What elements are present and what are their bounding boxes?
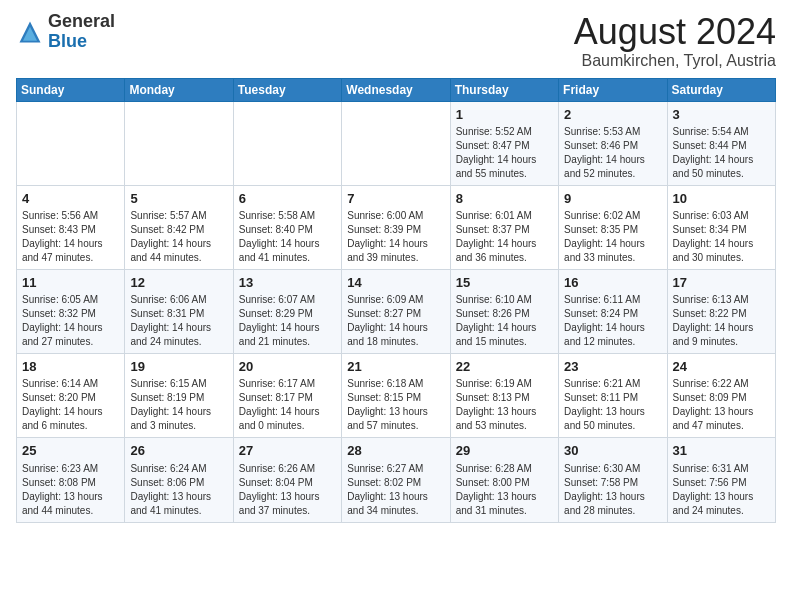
day-header-thursday: Thursday xyxy=(450,78,558,101)
cell-5-2: 26Sunrise: 6:24 AMSunset: 8:06 PMDayligh… xyxy=(125,438,233,522)
sunrise-text: Sunrise: 6:30 AM xyxy=(564,463,640,474)
day-number: 18 xyxy=(22,358,119,376)
day-number: 6 xyxy=(239,190,336,208)
cell-3-7: 17Sunrise: 6:13 AMSunset: 8:22 PMDayligh… xyxy=(667,269,775,353)
day-number: 10 xyxy=(673,190,770,208)
sunset-text: Sunset: 8:39 PM xyxy=(347,224,421,235)
day-number: 19 xyxy=(130,358,227,376)
sunrise-text: Sunrise: 6:26 AM xyxy=(239,463,315,474)
week-row-5: 25Sunrise: 6:23 AMSunset: 8:08 PMDayligh… xyxy=(17,438,776,522)
day-number: 15 xyxy=(456,274,553,292)
calendar-table: SundayMondayTuesdayWednesdayThursdayFrid… xyxy=(16,78,776,523)
daylight-text: Daylight: 13 hours and 24 minutes. xyxy=(673,491,754,516)
sunset-text: Sunset: 8:43 PM xyxy=(22,224,96,235)
day-header-wednesday: Wednesday xyxy=(342,78,450,101)
sunset-text: Sunset: 7:58 PM xyxy=(564,477,638,488)
daylight-text: Daylight: 14 hours and 50 minutes. xyxy=(673,154,754,179)
sunrise-text: Sunrise: 6:10 AM xyxy=(456,294,532,305)
cell-2-3: 6Sunrise: 5:58 AMSunset: 8:40 PMDaylight… xyxy=(233,185,341,269)
general-blue-icon xyxy=(16,18,44,46)
daylight-text: Daylight: 14 hours and 55 minutes. xyxy=(456,154,537,179)
day-number: 8 xyxy=(456,190,553,208)
cell-5-7: 31Sunrise: 6:31 AMSunset: 7:56 PMDayligh… xyxy=(667,438,775,522)
sunset-text: Sunset: 8:09 PM xyxy=(673,392,747,403)
cell-4-2: 19Sunrise: 6:15 AMSunset: 8:19 PMDayligh… xyxy=(125,354,233,438)
cell-5-6: 30Sunrise: 6:30 AMSunset: 7:58 PMDayligh… xyxy=(559,438,667,522)
title-block: August 2024 Baumkirchen, Tyrol, Austria xyxy=(574,12,776,70)
cell-2-5: 8Sunrise: 6:01 AMSunset: 8:37 PMDaylight… xyxy=(450,185,558,269)
daylight-text: Daylight: 13 hours and 28 minutes. xyxy=(564,491,645,516)
daylight-text: Daylight: 14 hours and 52 minutes. xyxy=(564,154,645,179)
sunrise-text: Sunrise: 6:15 AM xyxy=(130,378,206,389)
sunrise-text: Sunrise: 6:02 AM xyxy=(564,210,640,221)
sunset-text: Sunset: 8:24 PM xyxy=(564,308,638,319)
cell-1-7: 3Sunrise: 5:54 AMSunset: 8:44 PMDaylight… xyxy=(667,101,775,185)
daylight-text: Daylight: 13 hours and 44 minutes. xyxy=(22,491,103,516)
day-number: 3 xyxy=(673,106,770,124)
sunrise-text: Sunrise: 5:58 AM xyxy=(239,210,315,221)
sunset-text: Sunset: 8:04 PM xyxy=(239,477,313,488)
day-number: 5 xyxy=(130,190,227,208)
cell-2-6: 9Sunrise: 6:02 AMSunset: 8:35 PMDaylight… xyxy=(559,185,667,269)
sunset-text: Sunset: 8:26 PM xyxy=(456,308,530,319)
cell-4-4: 21Sunrise: 6:18 AMSunset: 8:15 PMDayligh… xyxy=(342,354,450,438)
sunrise-text: Sunrise: 6:27 AM xyxy=(347,463,423,474)
daylight-text: Daylight: 13 hours and 41 minutes. xyxy=(130,491,211,516)
day-number: 31 xyxy=(673,442,770,460)
daylight-text: Daylight: 14 hours and 41 minutes. xyxy=(239,238,320,263)
sunset-text: Sunset: 8:44 PM xyxy=(673,140,747,151)
daylight-text: Daylight: 14 hours and 36 minutes. xyxy=(456,238,537,263)
cell-1-6: 2Sunrise: 5:53 AMSunset: 8:46 PMDaylight… xyxy=(559,101,667,185)
cell-4-1: 18Sunrise: 6:14 AMSunset: 8:20 PMDayligh… xyxy=(17,354,125,438)
sunrise-text: Sunrise: 5:52 AM xyxy=(456,126,532,137)
cell-1-5: 1Sunrise: 5:52 AMSunset: 8:47 PMDaylight… xyxy=(450,101,558,185)
day-number: 9 xyxy=(564,190,661,208)
daylight-text: Daylight: 14 hours and 30 minutes. xyxy=(673,238,754,263)
week-row-4: 18Sunrise: 6:14 AMSunset: 8:20 PMDayligh… xyxy=(17,354,776,438)
week-row-3: 11Sunrise: 6:05 AMSunset: 8:32 PMDayligh… xyxy=(17,269,776,353)
day-number: 16 xyxy=(564,274,661,292)
sunrise-text: Sunrise: 6:24 AM xyxy=(130,463,206,474)
sunset-text: Sunset: 8:11 PM xyxy=(564,392,638,403)
daylight-text: Daylight: 13 hours and 50 minutes. xyxy=(564,406,645,431)
sunrise-text: Sunrise: 6:22 AM xyxy=(673,378,749,389)
sunrise-text: Sunrise: 6:06 AM xyxy=(130,294,206,305)
header: General Blue August 2024 Baumkirchen, Ty… xyxy=(16,12,776,70)
sunrise-text: Sunrise: 6:00 AM xyxy=(347,210,423,221)
sunrise-text: Sunrise: 6:19 AM xyxy=(456,378,532,389)
sunrise-text: Sunrise: 6:14 AM xyxy=(22,378,98,389)
day-number: 24 xyxy=(673,358,770,376)
cell-3-1: 11Sunrise: 6:05 AMSunset: 8:32 PMDayligh… xyxy=(17,269,125,353)
sunset-text: Sunset: 8:35 PM xyxy=(564,224,638,235)
sunset-text: Sunset: 8:40 PM xyxy=(239,224,313,235)
cell-2-4: 7Sunrise: 6:00 AMSunset: 8:39 PMDaylight… xyxy=(342,185,450,269)
daylight-text: Daylight: 14 hours and 18 minutes. xyxy=(347,322,428,347)
sunset-text: Sunset: 8:19 PM xyxy=(130,392,204,403)
cell-5-4: 28Sunrise: 6:27 AMSunset: 8:02 PMDayligh… xyxy=(342,438,450,522)
sunset-text: Sunset: 8:29 PM xyxy=(239,308,313,319)
day-number: 25 xyxy=(22,442,119,460)
cell-1-4 xyxy=(342,101,450,185)
logo-blue: Blue xyxy=(48,31,87,51)
daylight-text: Daylight: 14 hours and 24 minutes. xyxy=(130,322,211,347)
day-number: 1 xyxy=(456,106,553,124)
sunrise-text: Sunrise: 5:57 AM xyxy=(130,210,206,221)
cell-2-7: 10Sunrise: 6:03 AMSunset: 8:34 PMDayligh… xyxy=(667,185,775,269)
day-header-friday: Friday xyxy=(559,78,667,101)
cell-5-1: 25Sunrise: 6:23 AMSunset: 8:08 PMDayligh… xyxy=(17,438,125,522)
cell-5-5: 29Sunrise: 6:28 AMSunset: 8:00 PMDayligh… xyxy=(450,438,558,522)
sunrise-text: Sunrise: 6:18 AM xyxy=(347,378,423,389)
sunrise-text: Sunrise: 5:56 AM xyxy=(22,210,98,221)
daylight-text: Daylight: 14 hours and 9 minutes. xyxy=(673,322,754,347)
sunset-text: Sunset: 8:17 PM xyxy=(239,392,313,403)
daylight-text: Daylight: 14 hours and 3 minutes. xyxy=(130,406,211,431)
day-number: 26 xyxy=(130,442,227,460)
sunset-text: Sunset: 8:08 PM xyxy=(22,477,96,488)
sunrise-text: Sunrise: 6:13 AM xyxy=(673,294,749,305)
day-number: 14 xyxy=(347,274,444,292)
week-row-2: 4Sunrise: 5:56 AMSunset: 8:43 PMDaylight… xyxy=(17,185,776,269)
sunset-text: Sunset: 8:27 PM xyxy=(347,308,421,319)
sunrise-text: Sunrise: 5:53 AM xyxy=(564,126,640,137)
cell-3-2: 12Sunrise: 6:06 AMSunset: 8:31 PMDayligh… xyxy=(125,269,233,353)
day-number: 11 xyxy=(22,274,119,292)
